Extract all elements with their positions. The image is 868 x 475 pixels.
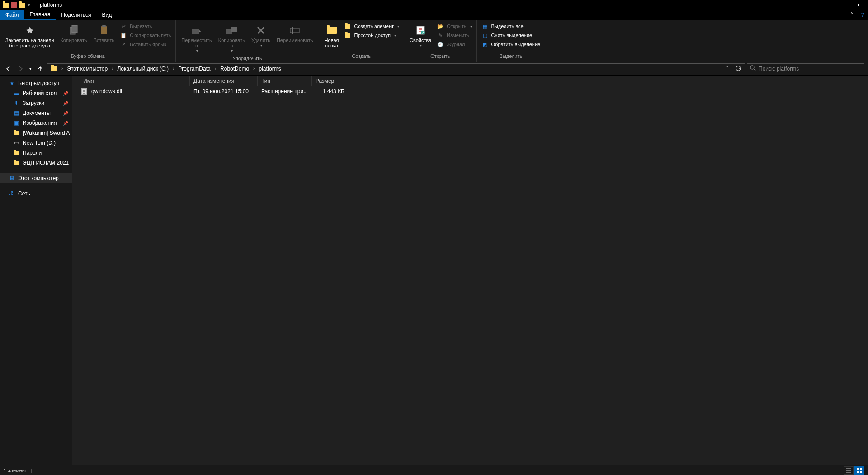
properties-button[interactable]: Свойства▾	[407, 21, 434, 50]
minimize-button[interactable]	[806, 0, 826, 10]
downloads-icon: ⬇	[13, 100, 20, 107]
copy-icon	[69, 23, 78, 38]
tree-folder[interactable]: Пароли	[0, 148, 72, 158]
copy-to-button[interactable]: Копировать в▾	[216, 21, 248, 56]
group-label: Создать	[322, 53, 401, 61]
view-large-icons-button[interactable]	[854, 466, 864, 475]
select-all-button[interactable]: ▦Выделить все	[480, 22, 542, 30]
delete-icon	[257, 23, 265, 38]
move-icon	[191, 23, 202, 38]
pictures-icon: ▣	[13, 119, 20, 127]
column-name[interactable]: ˄Имя	[72, 76, 190, 86]
rename-button[interactable]: Переименовать	[274, 21, 316, 45]
tab-home[interactable]: Главная	[24, 10, 56, 20]
open-button[interactable]: 📂Открыть▾	[435, 22, 473, 30]
svg-rect-23	[860, 468, 862, 470]
address-bar[interactable]: › Этот компьютер › Локальный диск (C:) ›…	[47, 63, 745, 74]
qat-item[interactable]	[18, 1, 26, 9]
file-name-cell[interactable]: qwindows.dll	[72, 88, 190, 95]
quick-access-toolbar: ▾	[0, 1, 36, 9]
tree-folder[interactable]: [Wakanim] Sword A	[0, 128, 72, 138]
refresh-button[interactable]	[733, 64, 744, 74]
search-input[interactable]	[759, 66, 861, 72]
svg-rect-6	[101, 26, 107, 34]
recent-locations-button[interactable]: ▾	[27, 64, 33, 74]
back-button[interactable]	[4, 64, 14, 74]
invert-selection-button[interactable]: ◩Обратить выделение	[480, 40, 542, 48]
tree-network[interactable]: 🖧Сеть	[0, 189, 72, 199]
history-button[interactable]: 🕘Журнал	[435, 40, 473, 48]
tree-quick-access[interactable]: ★Быстрый доступ	[0, 78, 72, 88]
tab-share[interactable]: Поделиться	[56, 10, 96, 20]
file-list[interactable]: qwindows.dll Пт, 09.июл.2021 15:00 Расши…	[72, 86, 868, 465]
chevron-right-icon[interactable]: ›	[60, 66, 64, 71]
label: Документы	[23, 110, 51, 116]
address-root-icon[interactable]	[48, 64, 60, 74]
edit-button[interactable]: ✎Изменить	[435, 31, 473, 39]
ribbon-collapse-icon[interactable]: ˄	[846, 10, 857, 20]
label: Копировать в	[218, 38, 245, 48]
copy-path-button[interactable]: 📋Скопировать путь	[118, 31, 173, 39]
breadcrumb[interactable]: platforms	[256, 64, 283, 74]
pin-icon: 📌	[63, 111, 70, 116]
qat-customize-icon[interactable]: ▾	[27, 3, 31, 7]
close-button[interactable]	[847, 0, 868, 10]
paste-button[interactable]: Вставить	[91, 21, 118, 45]
view-details-button[interactable]	[844, 466, 854, 475]
tree-documents[interactable]: ▤Документы📌	[0, 108, 72, 118]
qat-item[interactable]	[11, 2, 17, 8]
breadcrumb[interactable]: RobotDemo	[217, 64, 252, 74]
delete-button[interactable]: Удалить▾	[249, 21, 273, 50]
chevron-right-icon[interactable]: ›	[252, 66, 256, 71]
forward-button[interactable]	[15, 64, 25, 74]
label: Изображения	[23, 120, 57, 126]
tree-downloads[interactable]: ⬇Загрузки📌	[0, 98, 72, 108]
chevron-right-icon[interactable]: ›	[171, 66, 175, 71]
maximize-button[interactable]	[826, 0, 847, 10]
new-item-button[interactable]: Создать элемент▾	[342, 22, 401, 30]
column-size[interactable]: Размер	[312, 76, 348, 86]
label: Новая папка	[325, 38, 339, 48]
address-dropdown-button[interactable]: ˅	[722, 64, 733, 74]
pc-icon: 🖥	[8, 175, 15, 182]
label: Рабочий стол	[23, 90, 57, 96]
label: Этот компьютер	[18, 175, 59, 181]
label: Переименовать	[277, 38, 313, 43]
ribbon: Закрепить на панели быстрого доступа Коп…	[0, 20, 868, 62]
tab-view[interactable]: Вид	[96, 10, 117, 20]
column-date[interactable]: Дата изменения	[190, 76, 258, 86]
chevron-right-icon[interactable]: ›	[110, 66, 114, 71]
folder-icon	[13, 149, 20, 157]
column-type[interactable]: Тип	[258, 76, 312, 86]
select-all-icon: ▦	[481, 23, 489, 30]
tree-this-pc[interactable]: 🖥Этот компьютер	[0, 173, 72, 183]
easy-access-button[interactable]: Простой доступ▾	[342, 31, 401, 39]
title-bar: ▾ platforms	[0, 0, 868, 10]
tree-drive[interactable]: ▭New Tom (D:)	[0, 138, 72, 148]
tree-folder[interactable]: ЭЦП ИСЛАМ 2021	[0, 158, 72, 168]
new-folder-button[interactable]: Новая папка	[322, 21, 342, 50]
label: ЭЦП ИСЛАМ 2021	[23, 160, 69, 166]
group-label: Буфер обмена	[3, 53, 173, 61]
svg-rect-5	[72, 25, 77, 33]
search-box[interactable]	[747, 63, 864, 74]
help-icon[interactable]: ?	[857, 10, 868, 20]
chevron-right-icon[interactable]: ›	[213, 66, 217, 71]
up-button[interactable]	[35, 64, 45, 74]
pin-quick-access-button[interactable]: Закрепить на панели быстрого доступа	[3, 21, 57, 50]
paste-icon	[99, 23, 108, 38]
tree-pictures[interactable]: ▣Изображения📌	[0, 118, 72, 128]
copy-button[interactable]: Копировать	[57, 21, 90, 45]
move-to-button[interactable]: Переместить в▾	[179, 21, 214, 56]
tree-desktop[interactable]: ▬Рабочий стол📌	[0, 88, 72, 98]
breadcrumb[interactable]: ProgramData	[175, 64, 213, 74]
svg-rect-7	[102, 25, 106, 27]
cut-button[interactable]: ✂Вырезать	[118, 22, 173, 30]
file-date-cell: Пт, 09.июл.2021 15:00	[190, 88, 258, 95]
file-row[interactable]: qwindows.dll Пт, 09.июл.2021 15:00 Расши…	[72, 86, 868, 96]
breadcrumb[interactable]: Этот компьютер	[64, 64, 110, 74]
breadcrumb[interactable]: Локальный диск (C:)	[114, 64, 171, 74]
select-none-button[interactable]: ▢Снять выделение	[480, 31, 542, 39]
paste-shortcut-button[interactable]: ↗Вставить ярлык	[118, 40, 173, 48]
tab-file[interactable]: Файл	[0, 10, 24, 20]
